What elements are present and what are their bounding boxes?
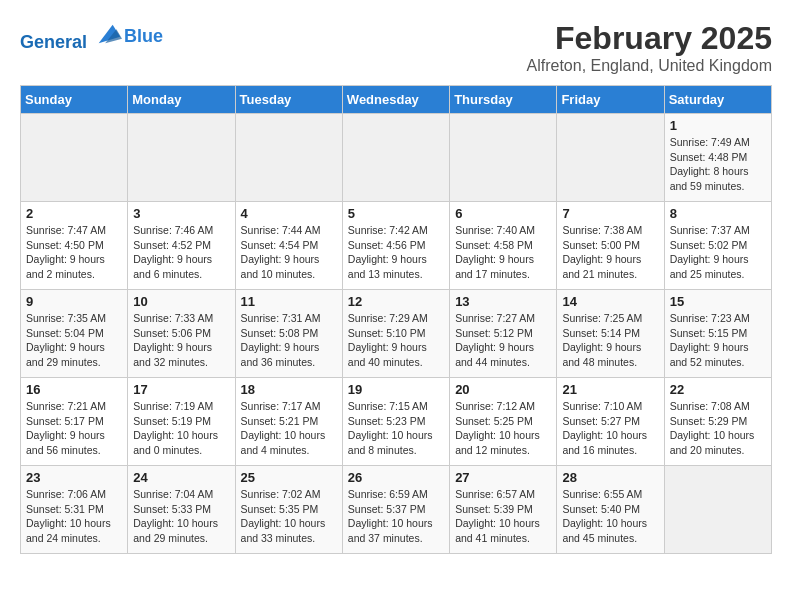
day-number: 13 [455,294,551,309]
calendar-cell [450,114,557,202]
day-info: Sunrise: 7:33 AM Sunset: 5:06 PM Dayligh… [133,311,229,370]
day-number: 16 [26,382,122,397]
calendar-cell: 12Sunrise: 7:29 AM Sunset: 5:10 PM Dayli… [342,290,449,378]
weekday-monday: Monday [128,86,235,114]
title-area: February 2025 Alfreton, England, United … [527,20,772,75]
day-info: Sunrise: 7:40 AM Sunset: 4:58 PM Dayligh… [455,223,551,282]
day-number: 26 [348,470,444,485]
logo: General Blue [20,20,163,53]
calendar-cell: 25Sunrise: 7:02 AM Sunset: 5:35 PM Dayli… [235,466,342,554]
calendar-cell: 9Sunrise: 7:35 AM Sunset: 5:04 PM Daylig… [21,290,128,378]
location-title: Alfreton, England, United Kingdom [527,57,772,75]
calendar-cell: 19Sunrise: 7:15 AM Sunset: 5:23 PM Dayli… [342,378,449,466]
week-row-1: 1Sunrise: 7:49 AM Sunset: 4:48 PM Daylig… [21,114,772,202]
calendar-cell: 8Sunrise: 7:37 AM Sunset: 5:02 PM Daylig… [664,202,771,290]
calendar-cell: 11Sunrise: 7:31 AM Sunset: 5:08 PM Dayli… [235,290,342,378]
day-info: Sunrise: 7:27 AM Sunset: 5:12 PM Dayligh… [455,311,551,370]
logo-text: General [20,20,122,53]
calendar-cell: 16Sunrise: 7:21 AM Sunset: 5:17 PM Dayli… [21,378,128,466]
weekday-header-row: SundayMondayTuesdayWednesdayThursdayFrid… [21,86,772,114]
day-info: Sunrise: 7:46 AM Sunset: 4:52 PM Dayligh… [133,223,229,282]
day-number: 25 [241,470,337,485]
day-number: 17 [133,382,229,397]
logo-blue: Blue [124,27,163,47]
day-info: Sunrise: 7:08 AM Sunset: 5:29 PM Dayligh… [670,399,766,458]
day-number: 19 [348,382,444,397]
day-info: Sunrise: 7:10 AM Sunset: 5:27 PM Dayligh… [562,399,658,458]
day-number: 12 [348,294,444,309]
calendar-cell: 15Sunrise: 7:23 AM Sunset: 5:15 PM Dayli… [664,290,771,378]
day-number: 4 [241,206,337,221]
calendar-cell: 13Sunrise: 7:27 AM Sunset: 5:12 PM Dayli… [450,290,557,378]
day-info: Sunrise: 7:29 AM Sunset: 5:10 PM Dayligh… [348,311,444,370]
calendar-cell: 18Sunrise: 7:17 AM Sunset: 5:21 PM Dayli… [235,378,342,466]
week-row-2: 2Sunrise: 7:47 AM Sunset: 4:50 PM Daylig… [21,202,772,290]
day-info: Sunrise: 7:42 AM Sunset: 4:56 PM Dayligh… [348,223,444,282]
week-row-5: 23Sunrise: 7:06 AM Sunset: 5:31 PM Dayli… [21,466,772,554]
day-number: 24 [133,470,229,485]
day-info: Sunrise: 7:47 AM Sunset: 4:50 PM Dayligh… [26,223,122,282]
day-number: 9 [26,294,122,309]
calendar-cell: 2Sunrise: 7:47 AM Sunset: 4:50 PM Daylig… [21,202,128,290]
day-number: 2 [26,206,122,221]
weekday-wednesday: Wednesday [342,86,449,114]
calendar-cell: 3Sunrise: 7:46 AM Sunset: 4:52 PM Daylig… [128,202,235,290]
day-info: Sunrise: 7:06 AM Sunset: 5:31 PM Dayligh… [26,487,122,546]
day-number: 7 [562,206,658,221]
day-info: Sunrise: 7:23 AM Sunset: 5:15 PM Dayligh… [670,311,766,370]
weekday-friday: Friday [557,86,664,114]
day-info: Sunrise: 7:44 AM Sunset: 4:54 PM Dayligh… [241,223,337,282]
day-number: 3 [133,206,229,221]
calendar-cell: 22Sunrise: 7:08 AM Sunset: 5:29 PM Dayli… [664,378,771,466]
calendar-cell: 5Sunrise: 7:42 AM Sunset: 4:56 PM Daylig… [342,202,449,290]
header: General Blue February 2025 Alfreton, Eng… [20,20,772,75]
calendar-cell: 1Sunrise: 7:49 AM Sunset: 4:48 PM Daylig… [664,114,771,202]
weekday-saturday: Saturday [664,86,771,114]
day-info: Sunrise: 7:25 AM Sunset: 5:14 PM Dayligh… [562,311,658,370]
day-info: Sunrise: 7:15 AM Sunset: 5:23 PM Dayligh… [348,399,444,458]
calendar-cell: 4Sunrise: 7:44 AM Sunset: 4:54 PM Daylig… [235,202,342,290]
week-row-4: 16Sunrise: 7:21 AM Sunset: 5:17 PM Dayli… [21,378,772,466]
month-title: February 2025 [527,20,772,57]
day-number: 21 [562,382,658,397]
calendar-cell: 20Sunrise: 7:12 AM Sunset: 5:25 PM Dayli… [450,378,557,466]
calendar-cell: 14Sunrise: 7:25 AM Sunset: 5:14 PM Dayli… [557,290,664,378]
day-info: Sunrise: 6:57 AM Sunset: 5:39 PM Dayligh… [455,487,551,546]
day-number: 8 [670,206,766,221]
day-info: Sunrise: 7:35 AM Sunset: 5:04 PM Dayligh… [26,311,122,370]
calendar-cell [235,114,342,202]
day-info: Sunrise: 7:17 AM Sunset: 5:21 PM Dayligh… [241,399,337,458]
day-number: 20 [455,382,551,397]
calendar-cell [342,114,449,202]
day-info: Sunrise: 7:37 AM Sunset: 5:02 PM Dayligh… [670,223,766,282]
calendar-cell [557,114,664,202]
weekday-sunday: Sunday [21,86,128,114]
day-number: 15 [670,294,766,309]
day-number: 14 [562,294,658,309]
day-info: Sunrise: 7:38 AM Sunset: 5:00 PM Dayligh… [562,223,658,282]
calendar-cell [664,466,771,554]
day-number: 22 [670,382,766,397]
day-number: 1 [670,118,766,133]
day-info: Sunrise: 7:04 AM Sunset: 5:33 PM Dayligh… [133,487,229,546]
calendar-cell: 24Sunrise: 7:04 AM Sunset: 5:33 PM Dayli… [128,466,235,554]
day-number: 27 [455,470,551,485]
calendar-cell: 17Sunrise: 7:19 AM Sunset: 5:19 PM Dayli… [128,378,235,466]
calendar-cell: 26Sunrise: 6:59 AM Sunset: 5:37 PM Dayli… [342,466,449,554]
calendar-cell: 10Sunrise: 7:33 AM Sunset: 5:06 PM Dayli… [128,290,235,378]
calendar-cell: 6Sunrise: 7:40 AM Sunset: 4:58 PM Daylig… [450,202,557,290]
day-number: 28 [562,470,658,485]
day-info: Sunrise: 7:21 AM Sunset: 5:17 PM Dayligh… [26,399,122,458]
calendar-cell: 7Sunrise: 7:38 AM Sunset: 5:00 PM Daylig… [557,202,664,290]
day-info: Sunrise: 6:59 AM Sunset: 5:37 PM Dayligh… [348,487,444,546]
calendar: SundayMondayTuesdayWednesdayThursdayFrid… [20,85,772,554]
day-info: Sunrise: 7:12 AM Sunset: 5:25 PM Dayligh… [455,399,551,458]
calendar-cell: 23Sunrise: 7:06 AM Sunset: 5:31 PM Dayli… [21,466,128,554]
day-info: Sunrise: 6:55 AM Sunset: 5:40 PM Dayligh… [562,487,658,546]
day-number: 6 [455,206,551,221]
day-info: Sunrise: 7:02 AM Sunset: 5:35 PM Dayligh… [241,487,337,546]
day-number: 10 [133,294,229,309]
calendar-cell [128,114,235,202]
weekday-thursday: Thursday [450,86,557,114]
weekday-tuesday: Tuesday [235,86,342,114]
